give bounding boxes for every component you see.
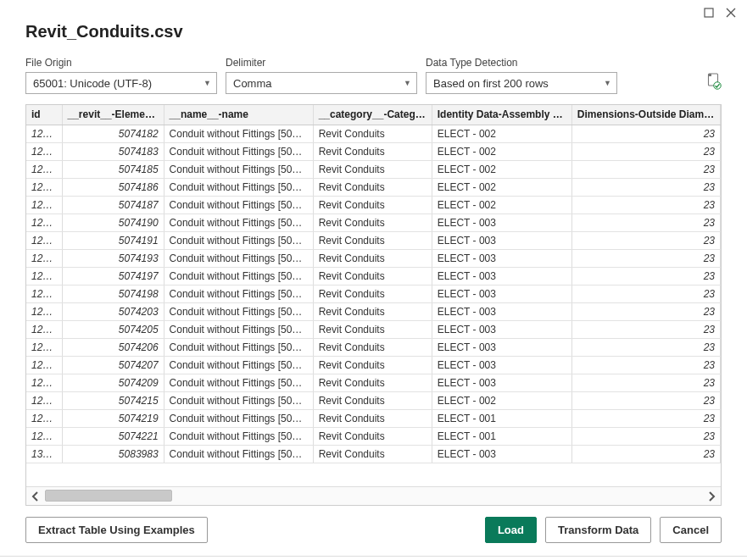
table-cell: ELECT - 003 — [432, 320, 571, 338]
table-cell: Conduit without Fittings [5083983] — [164, 445, 313, 463]
table-cell: 23 — [571, 374, 720, 391]
detect-label: Data Type Detection — [426, 57, 617, 69]
file-origin-dropdown[interactable]: 65001: Unicode (UTF-8) ▼ — [25, 72, 217, 94]
table-row[interactable]: 134785083983Conduit without Fittings [50… — [26, 445, 721, 463]
table-cell: 12952 — [26, 213, 62, 231]
table-cell: 23 — [571, 320, 720, 338]
table-cell: 23 — [571, 196, 720, 213]
table-cell: Conduit without Fittings [5074193] — [164, 249, 313, 267]
table-cell: Revit Conduits — [313, 213, 432, 231]
table-row[interactable]: 129725074209Conduit without Fittings [50… — [26, 374, 721, 391]
table-cell: Revit Conduits — [313, 160, 432, 178]
table-cell: 12982 — [26, 409, 62, 427]
table-cell: Revit Conduits — [313, 445, 432, 463]
delimiter-dropdown[interactable]: Comma ▼ — [226, 72, 417, 94]
load-button[interactable]: Load — [485, 517, 537, 543]
chevron-down-icon: ▼ — [404, 79, 411, 87]
table-cell: 23 — [571, 445, 720, 463]
extract-table-button[interactable]: Extract Table Using Examples — [25, 517, 208, 543]
column-header[interactable]: __name__-name — [164, 105, 313, 125]
table-cell: 12969 — [26, 338, 62, 356]
settings-icon[interactable] — [706, 73, 722, 92]
scroll-left-icon[interactable] — [26, 487, 45, 505]
table-cell: Revit Conduits — [313, 267, 432, 285]
chevron-down-icon: ▼ — [604, 79, 611, 87]
table-cell: 5074190 — [62, 213, 164, 231]
column-header[interactable]: __category__-Category — [313, 105, 432, 125]
table-cell: ELECT - 003 — [432, 338, 571, 356]
chevron-down-icon: ▼ — [203, 79, 211, 87]
table-cell: ELECT - 003 — [432, 267, 571, 285]
table-cell: Conduit without Fittings [5074190] — [164, 213, 313, 231]
scroll-right-icon[interactable] — [702, 487, 721, 505]
table-cell: 23 — [571, 142, 720, 160]
table-cell: 5074221 — [62, 427, 164, 445]
table-row[interactable]: 129785074215Conduit without Fittings [50… — [26, 391, 721, 409]
column-header[interactable]: __revit__-ElementId — [62, 105, 164, 125]
table-cell: ELECT - 002 — [432, 391, 571, 409]
table-cell: 5074206 — [62, 338, 164, 356]
table-row[interactable]: 129455074187Conduit without Fittings [50… — [26, 196, 721, 213]
table-row[interactable]: 129435074185Conduit without Fittings [50… — [26, 160, 721, 178]
table-cell: 13478 — [26, 445, 62, 463]
table-cell: ELECT - 001 — [432, 427, 571, 445]
table-row[interactable]: 129555074193Conduit without Fittings [50… — [26, 249, 721, 267]
table-cell: Conduit without Fittings [5074206] — [164, 338, 313, 356]
table-cell: ELECT - 001 — [432, 409, 571, 427]
table-row[interactable]: 129825074219Conduit without Fittings [50… — [26, 409, 721, 427]
table-cell: Conduit without Fittings [5074219] — [164, 409, 313, 427]
table-cell: Revit Conduits — [313, 338, 432, 356]
table-row[interactable]: 129705074207Conduit without Fittings [50… — [26, 356, 721, 374]
cancel-button[interactable]: Cancel — [660, 517, 722, 543]
table-row[interactable]: 129845074221Conduit without Fittings [50… — [26, 427, 721, 445]
preview-table: id__revit__-ElementId__name__-name__cate… — [25, 104, 722, 506]
table-cell: 5074207 — [62, 356, 164, 374]
delimiter-value: Comma — [233, 77, 272, 90]
table-cell: 5083983 — [62, 445, 164, 463]
table-cell: 23 — [571, 302, 720, 320]
file-origin-label: File Origin — [25, 57, 217, 69]
file-origin-value: 65001: Unicode (UTF-8) — [33, 77, 152, 90]
transform-data-button[interactable]: Transform Data — [545, 517, 651, 543]
table-cell: 12972 — [26, 374, 62, 391]
detect-dropdown[interactable]: Based on first 200 rows ▼ — [426, 72, 617, 94]
table-cell: 5074209 — [62, 374, 164, 391]
table-cell: 12966 — [26, 302, 62, 320]
table-cell: Revit Conduits — [313, 142, 432, 160]
svg-point-2 — [714, 82, 721, 89]
table-cell: 5074203 — [62, 302, 164, 320]
table-cell: ELECT - 002 — [432, 160, 571, 178]
table-cell: ELECT - 003 — [432, 302, 571, 320]
table-row[interactable]: 129685074205Conduit without Fittings [50… — [26, 320, 721, 338]
table-cell: 5074187 — [62, 196, 164, 213]
table-row[interactable]: 129535074191Conduit without Fittings [50… — [26, 231, 721, 249]
table-row[interactable]: 129605074198Conduit without Fittings [50… — [26, 285, 721, 302]
table-cell: Revit Conduits — [313, 374, 432, 391]
scrollbar-thumb[interactable] — [45, 490, 172, 502]
maximize-icon[interactable] — [701, 5, 716, 20]
table-cell: Conduit without Fittings [5074221] — [164, 427, 313, 445]
table-row[interactable]: 129595074197Conduit without Fittings [50… — [26, 267, 721, 285]
table-cell: 23 — [571, 249, 720, 267]
table-row[interactable]: 129695074206Conduit without Fittings [50… — [26, 338, 721, 356]
column-header[interactable]: Identity Data-Assembly Name — [432, 105, 571, 125]
table-cell: 5074183 — [62, 142, 164, 160]
table-row[interactable]: 129395074183Conduit without Fittings [50… — [26, 142, 721, 160]
table-cell: Revit Conduits — [313, 427, 432, 445]
close-icon[interactable] — [723, 5, 739, 20]
table-cell: 12945 — [26, 196, 62, 213]
table-row[interactable]: 129385074182Conduit without Fittings [50… — [26, 125, 721, 142]
column-header[interactable]: id — [26, 105, 62, 125]
table-cell: ELECT - 003 — [432, 356, 571, 374]
table-row[interactable]: 129445074186Conduit without Fittings [50… — [26, 178, 721, 196]
scrollbar-track[interactable] — [45, 487, 702, 505]
table-row[interactable]: 129525074190Conduit without Fittings [50… — [26, 213, 721, 231]
table-cell: 5074193 — [62, 249, 164, 267]
table-cell: 12944 — [26, 178, 62, 196]
table-cell: 5074219 — [62, 409, 164, 427]
column-header[interactable]: Dimensions-Outside Diameter — [571, 105, 720, 125]
table-cell: 12960 — [26, 285, 62, 302]
table-cell: Revit Conduits — [313, 285, 432, 302]
table-row[interactable]: 129665074203Conduit without Fittings [50… — [26, 302, 721, 320]
detect-value: Based on first 200 rows — [433, 77, 549, 90]
